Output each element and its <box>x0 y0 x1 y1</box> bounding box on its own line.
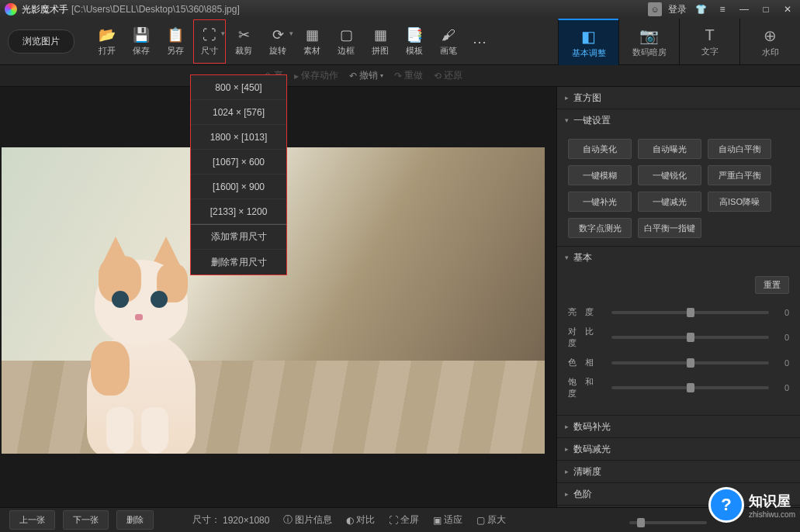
size-option[interactable]: 添加常用尺寸 <box>191 225 286 250</box>
main-toolbar: 浏览图片 📂打开💾保存📋另存⛶尺寸▾✂裁剪⟳旋转▾▦素材▢边框▦拼图📑模板🖌画笔… <box>0 19 800 65</box>
delete-button[interactable]: 删除 <box>116 510 154 530</box>
size-option[interactable]: [2133] × 1200 <box>191 199 286 224</box>
section-清晰度[interactable]: ▸清晰度 <box>557 461 800 482</box>
slider-track[interactable] <box>611 336 769 339</box>
login-link[interactable]: 登录 <box>668 3 687 16</box>
section-oneclick[interactable]: ▾一键设置 <box>557 109 800 131</box>
tool-边框[interactable]: ▢边框 <box>329 19 363 64</box>
undo-action[interactable]: ↶撤销▾ <box>349 69 383 82</box>
next-button[interactable]: 下一张 <box>63 510 109 530</box>
tool-icon: 💾 <box>133 26 150 43</box>
size-option[interactable]: [1067] × 600 <box>191 150 286 174</box>
tool-画笔[interactable]: 🖌画笔 <box>431 19 466 64</box>
tool-保存[interactable]: 💾保存 <box>124 19 158 64</box>
skin-button[interactable]: 👕 <box>693 2 708 16</box>
preset-button[interactable]: 严重白平衡 <box>708 165 771 185</box>
compare-button[interactable]: ◐ 对比 <box>346 513 375 527</box>
image-info-button[interactable]: ⓘ 图片信息 <box>283 513 332 527</box>
slider-thumb[interactable] <box>687 308 694 317</box>
preset-button[interactable]: 一键减光 <box>638 192 701 212</box>
badge-icon: ? <box>708 487 744 523</box>
fit-button[interactable]: ▣ 适应 <box>433 513 462 527</box>
slider-track[interactable] <box>611 386 769 389</box>
slider-track[interactable] <box>611 361 769 364</box>
section-histogram[interactable]: ▸直方图 <box>557 87 800 109</box>
watermark-badge: ? 知识屋zhishiwu.com <box>708 487 795 523</box>
slider-value: 0 <box>775 383 789 392</box>
slider-label: 色 相 <box>568 357 605 368</box>
size-option[interactable]: 1024 × [576] <box>191 100 286 125</box>
tab-水印[interactable]: ⊕水印 <box>739 19 800 65</box>
tab-icon: T <box>705 26 714 44</box>
tool-打开[interactable]: 📂打开 <box>90 19 124 64</box>
file-path: [C:\Users\DELL\Desktop\15\360\885.jpg] <box>71 4 648 15</box>
tool-另存[interactable]: 📋另存 <box>158 19 192 64</box>
tool-拼图[interactable]: ▦拼图 <box>363 19 397 64</box>
tool-more[interactable]: ⋯ <box>466 19 494 64</box>
adjustment-panel: ▸直方图 ▾一键设置 自动美化自动曝光自动白平衡一键模糊一键锐化严重白平衡一键补… <box>556 87 800 510</box>
slider-thumb[interactable] <box>687 383 694 392</box>
tab-icon: ⊕ <box>764 26 777 45</box>
menu-button[interactable]: ≡ <box>715 2 730 16</box>
section-数码减光[interactable]: ▸数码减光 <box>557 438 800 460</box>
zoom-slider[interactable] <box>629 521 707 524</box>
preset-button[interactable]: 自动美化 <box>568 139 632 159</box>
preset-button[interactable]: 一键补光 <box>568 192 632 212</box>
preset-button[interactable]: 一键锐化 <box>638 165 701 185</box>
slider-value: 0 <box>775 308 789 317</box>
slider-thumb[interactable] <box>687 358 694 368</box>
tool-旋转[interactable]: ⟳旋转▾ <box>261 19 295 64</box>
reset-button[interactable]: 重置 <box>755 276 789 294</box>
preset-button[interactable]: 一键模糊 <box>568 165 632 185</box>
preset-button[interactable]: 高ISO降噪 <box>708 192 771 212</box>
slider-label: 对 比 度 <box>568 326 605 349</box>
slider-row: 饱 和 度0 <box>568 376 789 399</box>
login-avatar-icon[interactable]: ☺ <box>648 2 662 16</box>
tool-icon: 🖌 <box>442 26 455 43</box>
redo-action[interactable]: ↷重做 <box>394 69 423 82</box>
slider-row: 色 相0 <box>568 357 789 368</box>
preset-button[interactable]: 自动白平衡 <box>708 139 771 159</box>
statusbar: 上一张 下一张 删除 尺寸：1920×1080 ⓘ 图片信息 ◐ 对比 ⛶ 全屏… <box>0 507 800 532</box>
slider-value: 0 <box>775 333 789 342</box>
original-size-button[interactable]: ▢ 原大 <box>476 513 506 527</box>
maximize-button[interactable]: □ <box>758 2 774 16</box>
tool-素材[interactable]: ▦素材 <box>295 19 329 64</box>
tab-基本调整[interactable]: ◧基本调整 <box>558 19 618 65</box>
tab-icon: ◧ <box>581 27 596 46</box>
tool-icon: ⛶ <box>203 26 216 43</box>
section-数码补光[interactable]: ▸数码补光 <box>557 416 800 437</box>
size-dropdown: 800 × [450]1024 × [576]1800 × [1013][106… <box>190 74 287 275</box>
size-option[interactable]: [1600] × 900 <box>191 174 286 199</box>
section-basic[interactable]: ▾基本 <box>557 247 800 268</box>
preset-button[interactable]: 白平衡一指键 <box>638 218 701 238</box>
slider-thumb[interactable] <box>687 333 694 342</box>
tool-icon: ▦ <box>306 26 319 43</box>
size-info: 尺寸：1920×1080 <box>192 513 269 527</box>
preset-button[interactable]: 自动曝光 <box>638 139 701 159</box>
slider-label: 亮 度 <box>568 306 605 318</box>
tab-文字[interactable]: T文字 <box>679 19 739 65</box>
tool-icon: ▢ <box>340 26 353 43</box>
size-option[interactable]: 800 × [450] <box>191 75 286 100</box>
close-button[interactable]: ✕ <box>780 2 795 16</box>
prev-button[interactable]: 上一张 <box>9 510 55 530</box>
chevron-down-icon: ▾ <box>289 29 293 37</box>
browse-button[interactable]: 浏览图片 <box>8 29 74 54</box>
tool-icon: ⟳ <box>272 26 284 43</box>
fullscreen-button[interactable]: ⛶ 全屏 <box>389 513 419 527</box>
minimize-button[interactable]: — <box>736 2 752 16</box>
preset-button[interactable]: 数字点测光 <box>568 218 632 238</box>
tool-模板[interactable]: 📑模板 <box>397 19 431 64</box>
tab-数码暗房[interactable]: 📷数码暗房 <box>618 19 679 65</box>
slider-value: 0 <box>775 358 789 368</box>
slider-track[interactable] <box>611 311 769 314</box>
tool-icon: ✂ <box>238 26 250 43</box>
size-option[interactable]: 1800 × [1013] <box>191 125 286 150</box>
save-action[interactable]: ▸保存动作 <box>294 69 338 82</box>
titlebar: 光影魔术手 [C:\Users\DELL\Desktop\15\360\885.… <box>0 0 800 19</box>
tool-尺寸[interactable]: ⛶尺寸▾ <box>192 19 227 64</box>
restore-action[interactable]: ⟲还原 <box>434 69 462 82</box>
tool-裁剪[interactable]: ✂裁剪 <box>227 19 261 64</box>
size-option[interactable]: 删除常用尺寸 <box>191 250 286 275</box>
